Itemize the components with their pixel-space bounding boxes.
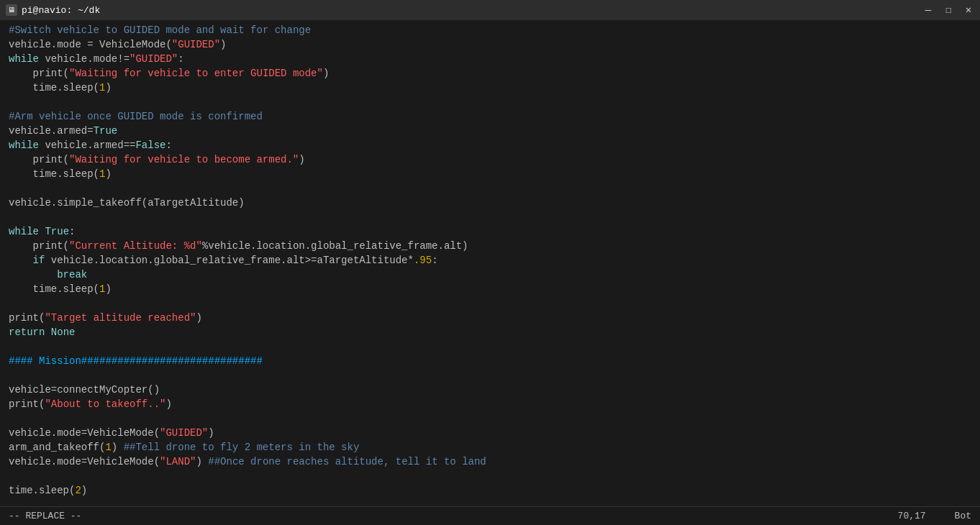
code-line: vehicle.armed=True [0,124,980,138]
code-line [0,181,980,196]
code-line: while vehicle.armed==False: [0,138,980,152]
titlebar: 🖥 pi@navio: ~/dk — ☐ ✕ [0,0,980,20]
code-line: print("Current Altitude: %d"%vehicle.loc… [0,239,980,253]
code-line: print("Target altitude reached") [0,311,980,325]
titlebar-title: pi@navio: ~/dk [22,5,100,16]
code-line [0,339,980,354]
code-line: arm_and_takeoff(1) ##Tell drone to fly 2… [0,440,980,455]
statusbar: -- REPLACE -- 70,17 Bot [0,506,980,525]
code-line [0,368,980,383]
code-line: time.sleep(2) [0,483,980,498]
code-line: vehicle.mode = VehicleMode("GUIDED") [0,37,980,52]
status-right: 70,17 Bot [898,511,971,521]
code-line: return None [0,325,980,339]
code-line [0,411,980,426]
code-line: print("About to takeoff..") [0,397,980,411]
code-line [0,210,980,224]
code-line: break [0,268,980,282]
close-button[interactable]: ✕ [963,5,974,15]
status-mode: -- REPLACE -- [9,511,898,521]
code-line: if vehicle.location.global_relative_fram… [0,253,980,268]
cursor-position: 70,17 [898,511,926,521]
code-line: time.sleep(1) [0,167,980,181]
code-line: time.sleep(1) [0,81,980,95]
code-line: time.sleep(1) [0,282,980,296]
code-line [0,498,980,506]
titlebar-icon: 🖥 [6,4,17,16]
code-line [0,95,980,109]
code-line: vehicle=connectMyCopter() [0,383,980,397]
code-line: vehicle.mode=VehicleMode("LAND") ##Once … [0,455,980,469]
code-line: while True: [0,224,980,239]
minimize-button[interactable]: — [922,5,934,15]
code-line [0,296,980,311]
editor-area: #Switch vehicle to GUIDED mode and wait … [0,20,980,506]
code-line: while vehicle.mode!="GUIDED": [0,52,980,66]
code-line: print("Waiting for vehicle to become arm… [0,152,980,167]
scroll-position: Bot [955,511,971,521]
code-line: #Switch vehicle to GUIDED mode and wait … [0,23,980,37]
code-line: vehicle.mode=VehicleMode("GUIDED") [0,426,980,440]
code-line [0,469,980,483]
code-line: print("Waiting for vehicle to enter GUID… [0,66,980,81]
code-line: #### Mission############################… [0,354,980,368]
maximize-button[interactable]: ☐ [943,5,954,15]
code-line: vehicle.simple_takeoff(aTargetAltitude) [0,196,980,210]
code-line: #Arm vehicle once GUIDED mode is confirm… [0,109,980,124]
window-controls: — ☐ ✕ [922,5,974,15]
